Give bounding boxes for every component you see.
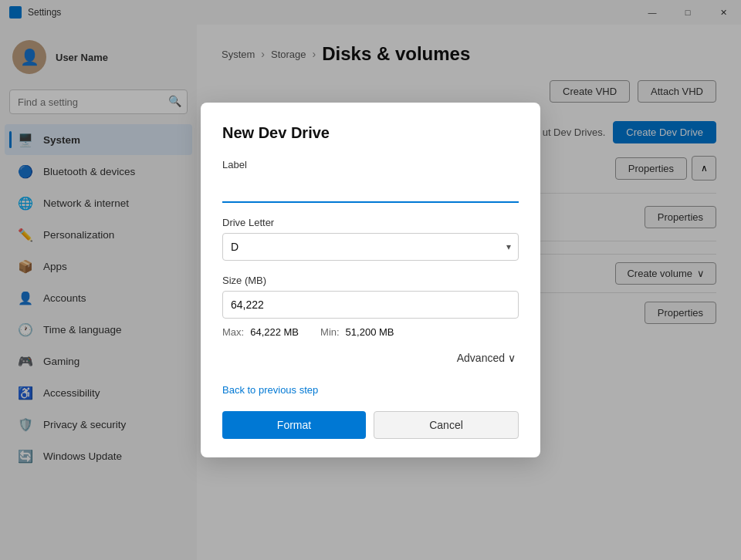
advanced-chevron-icon: ∨ <box>508 352 516 364</box>
back-to-previous-link[interactable]: Back to previous step <box>222 384 318 396</box>
min-label: Min: <box>320 326 340 338</box>
size-section: Size (MB) 64,222 Max: 64,222 MB Min: 51,… <box>222 275 519 338</box>
dialog-overlay: New Dev Drive Label Drive Letter D C E F… <box>0 0 741 560</box>
max-value: 64,222 MB <box>250 326 299 338</box>
advanced-label: Advanced <box>457 352 505 364</box>
label-input[interactable] <box>222 175 519 203</box>
dialog-actions: Format Cancel <box>222 411 519 439</box>
size-info: Max: 64,222 MB Min: 51,200 MB <box>222 326 519 338</box>
max-info: Max: 64,222 MB <box>222 326 299 338</box>
advanced-row[interactable]: Advanced ∨ <box>222 352 519 364</box>
drive-letter-wrapper: D C E F G ▾ <box>222 233 519 261</box>
cancel-button[interactable]: Cancel <box>374 411 519 439</box>
min-info: Min: 51,200 MB <box>320 326 394 338</box>
drive-letter-section: Drive Letter D C E F G ▾ <box>222 217 519 261</box>
size-input[interactable]: 64,222 <box>222 291 519 319</box>
max-label: Max: <box>222 326 244 338</box>
label-field-label: Label <box>222 159 519 170</box>
drive-letter-select[interactable]: D C E F G <box>222 233 519 261</box>
dialog-title: New Dev Drive <box>222 124 519 142</box>
label-section: Label <box>222 159 519 203</box>
format-button[interactable]: Format <box>222 411 366 439</box>
drive-letter-label: Drive Letter <box>222 217 519 228</box>
size-field-label: Size (MB) <box>222 275 519 286</box>
min-value: 51,200 MB <box>346 326 394 338</box>
new-dev-drive-dialog: New Dev Drive Label Drive Letter D C E F… <box>201 103 540 457</box>
